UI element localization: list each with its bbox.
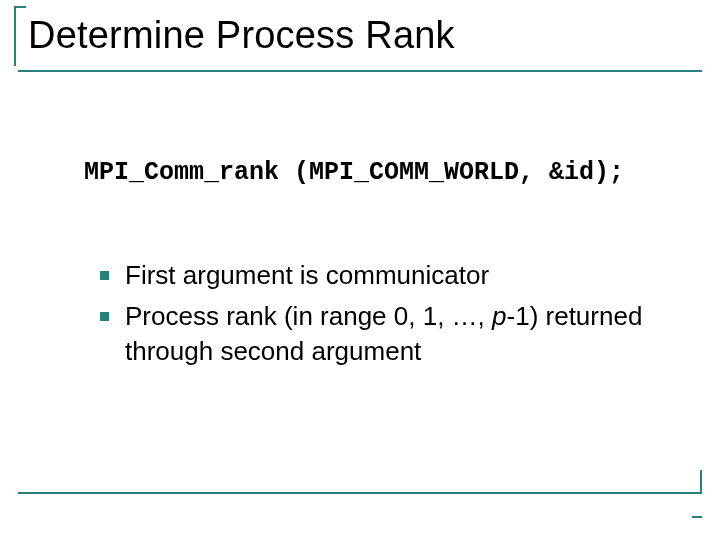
bullet-list: First argument is communicator Process r…	[100, 258, 660, 375]
bullet-square-icon	[100, 271, 109, 280]
title-divider	[18, 70, 702, 72]
footer-divider	[18, 492, 702, 494]
bullet-square-icon	[100, 312, 109, 321]
frame-corner-right	[700, 470, 702, 494]
bullet-text-prefix: Process rank (in range 0, 1, …,	[125, 301, 492, 331]
frame-corner-bottom	[692, 516, 702, 518]
code-line: MPI_Comm_rank (MPI_COMM_WORLD, &id);	[84, 158, 624, 187]
slide: Determine Process Rank MPI_Comm_rank (MP…	[0, 0, 720, 540]
bullet-text: First argument is communicator	[125, 258, 660, 293]
slide-title: Determine Process Rank	[28, 14, 455, 57]
list-item: First argument is communicator	[100, 258, 660, 293]
bullet-text-italic: p	[492, 301, 506, 331]
frame-corner-left	[14, 6, 16, 66]
bullet-text: Process rank (in range 0, 1, …, p-1) ret…	[125, 299, 660, 369]
list-item: Process rank (in range 0, 1, …, p-1) ret…	[100, 299, 660, 369]
